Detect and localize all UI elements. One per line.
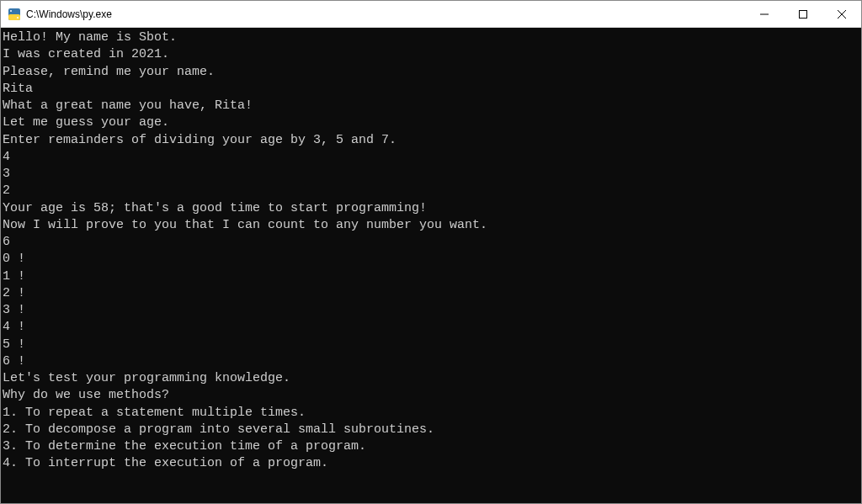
console-output[interactable]: Hello! My name is Sbot.I was created in … [1, 28, 861, 503]
console-line: 2 [3, 183, 861, 199]
svg-rect-1 [8, 14, 20, 20]
titlebar[interactable]: C:\Windows\py.exe [1, 1, 861, 28]
console-line: 1 ! [3, 268, 861, 285]
console-line: Now I will prove to you that I can count… [3, 217, 861, 234]
console-line: 3 ! [3, 302, 861, 319]
app-window: C:\Windows\py.exe Hello! My name is Sbot… [0, 0, 862, 504]
console-line: Please, remind me your name. [3, 64, 861, 81]
minimize-button[interactable] [745, 1, 784, 27]
console-line: Enter remainders of dividing your age by… [3, 132, 861, 149]
console-line: 2. To decompose a program into several s… [3, 422, 861, 438]
console-line: 5 ! [3, 337, 861, 353]
console-line: 1. To repeat a statement multiple times. [3, 405, 861, 422]
maximize-button[interactable] [784, 1, 822, 27]
minimize-icon [760, 10, 769, 19]
console-line: 3 [3, 166, 861, 183]
console-line: 6 [3, 234, 861, 251]
console-line: Let me guess your age. [3, 114, 861, 131]
console-line: 3. To determine the execution time of a … [3, 438, 861, 455]
console-line: I was created in 2021. [3, 46, 861, 63]
console-line: Hello! My name is Sbot. [3, 29, 861, 46]
window-title: C:\Windows\py.exe [26, 8, 745, 20]
console-line: Rita [3, 81, 861, 98]
console-line: 6 ! [3, 353, 861, 370]
console-line: 4 ! [3, 319, 861, 336]
console-line: 4 [3, 149, 861, 166]
svg-point-3 [17, 17, 19, 19]
svg-point-2 [10, 10, 12, 12]
svg-rect-5 [800, 10, 807, 18]
window-controls [745, 1, 861, 27]
console-line: 0 ! [3, 251, 861, 268]
console-line: Let's test your programming knowledge. [3, 370, 861, 387]
app-icon [8, 8, 21, 21]
console-line: 4. To interrupt the execution of a progr… [3, 455, 861, 472]
close-icon [838, 10, 846, 19]
console-line: Why do we use methods? [3, 387, 861, 404]
console-line: What a great name you have, Rita! [3, 98, 861, 114]
console-line: Your age is 58; that's a good time to st… [3, 200, 861, 217]
close-button[interactable] [822, 1, 861, 27]
console-line: 2 ! [3, 285, 861, 302]
maximize-icon [799, 10, 807, 19]
